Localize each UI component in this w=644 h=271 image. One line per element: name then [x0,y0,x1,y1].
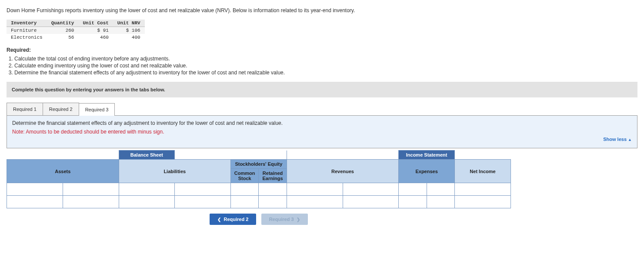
table-row: Electronics 56 460 400 [7,34,145,41]
cell-cost: 460 [78,34,113,41]
cell-name: Furniture [7,27,47,34]
hdr-stockholders-equity: Stockholders' Equity [231,160,287,169]
exp-amount-input[interactable] [427,196,454,208]
tab-content: Determine the financial statement effect… [7,116,637,148]
chevron-right-icon: ❯ [297,217,300,222]
hdr-common-stock: Common Stock [231,169,259,183]
liab-amount-input[interactable] [175,183,231,196]
requirement-item: Determine the financial statement effect… [14,70,637,76]
common-stock-input[interactable] [231,196,259,208]
chevron-left-icon: ❮ [217,217,221,222]
exp-amount-input[interactable] [427,183,454,196]
col-inventory: Inventory [7,20,47,27]
cell-qty: 260 [47,27,79,34]
liab-amount-input[interactable] [175,196,231,208]
assets-desc-input[interactable] [7,196,63,208]
cell-cost: $ 91 [78,27,113,34]
prev-label: Required 2 [224,217,248,222]
hdr-revenues: Revenues [287,160,399,183]
liab-desc-input[interactable] [119,183,175,196]
table-row: Furniture 260 $ 91 $ 106 [7,27,145,34]
next-tab-button[interactable]: Required 3 ❯ [261,214,308,225]
hdr-assets: Assets [7,160,119,183]
liab-desc-input[interactable] [119,196,175,208]
net-income-input[interactable] [455,183,511,196]
cell-name: Electronics [7,34,47,41]
hdr-income-statement: Income Statement [399,151,455,160]
tab-description: Determine the financial statement effect… [12,120,632,126]
rev-desc-input[interactable] [287,183,343,196]
retained-earnings-input[interactable] [259,196,287,208]
common-stock-input[interactable] [231,183,259,196]
tab-row: Required 1 Required 2 Required 3 [7,103,637,116]
show-less-label: Show less [603,137,627,142]
tab-required-1[interactable]: Required 1 [7,103,43,115]
rev-desc-input[interactable] [287,196,343,208]
cell-nrv: $ 106 [113,27,145,34]
inventory-data-table: Inventory Quantity Unit Cost Unit NRV Fu… [7,20,145,41]
retained-earnings-input[interactable] [259,183,287,196]
requirement-item: Calculate ending inventory using the low… [14,63,637,69]
tab-required-3[interactable]: Required 3 [79,103,115,116]
cell-qty: 56 [47,34,79,41]
caret-up-icon: ▲ [628,137,632,142]
requirements-list: Calculate the total cost of ending inven… [14,56,637,76]
col-quantity: Quantity [47,20,79,27]
rev-amount-input[interactable] [343,196,399,208]
required-label: Required: [7,47,637,53]
tab-note: Note: Amounts to be deducted should be e… [12,129,632,135]
net-income-input[interactable] [455,196,511,208]
hdr-retained-earnings: Retained Earnings [259,169,287,183]
exp-desc-input[interactable] [399,196,427,208]
cell-nrv: 400 [113,34,145,41]
exp-desc-input[interactable] [399,183,427,196]
hdr-net-income: Net Income [455,160,511,183]
col-unit-cost: Unit Cost [78,20,113,27]
rev-amount-input[interactable] [343,183,399,196]
hdr-expenses: Expenses [399,160,455,183]
hdr-liabilities: Liabilities [119,160,231,183]
instruction-bar: Complete this question by entering your … [7,82,637,97]
assets-desc-input[interactable] [7,183,63,196]
next-label: Required 3 [269,217,294,222]
intro-text: Down Home Furnishings reports inventory … [7,7,637,14]
requirement-item: Calculate the total cost of ending inven… [14,56,637,62]
tab-required-2[interactable]: Required 2 [43,103,79,115]
assets-amount-input[interactable] [63,183,119,196]
assets-amount-input[interactable] [63,196,119,208]
hdr-balance-sheet: Balance Sheet [119,151,175,160]
financial-statement-table: Balance Sheet Income Statement Assets Li… [7,150,511,208]
show-less-toggle[interactable]: Show less ▲ [12,135,632,144]
prev-tab-button[interactable]: ❮ Required 2 [210,214,256,225]
col-unit-nrv: Unit NRV [113,20,145,27]
